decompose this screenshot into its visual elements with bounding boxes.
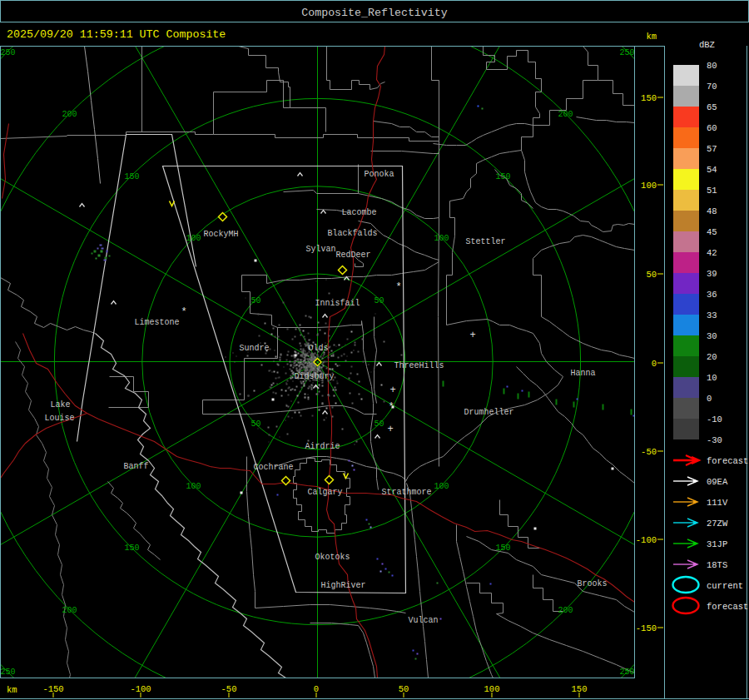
- svg-text:80: 80: [707, 61, 717, 71]
- svg-text:57: 57: [707, 144, 717, 154]
- svg-text:current: current: [707, 581, 743, 591]
- svg-text:Okotoks: Okotoks: [315, 553, 350, 562]
- svg-text:200: 200: [558, 606, 573, 615]
- svg-text:Brooks: Brooks: [578, 579, 608, 588]
- svg-text:2025/09/20 11:59:11 UTC Compos: 2025/09/20 11:59:11 UTC Composite: [7, 28, 226, 41]
- svg-text:RockyMH: RockyMH: [204, 230, 239, 239]
- svg-text:dBZ: dBZ: [699, 40, 715, 50]
- svg-text:Lake: Lake: [51, 400, 71, 410]
- svg-text:-150: -150: [636, 623, 657, 633]
- svg-text:65: 65: [707, 102, 717, 112]
- svg-text:Airdrie: Airdrie: [305, 442, 340, 451]
- svg-text:Lacombe: Lacombe: [342, 208, 377, 217]
- svg-text:27ZW: 27ZW: [707, 519, 728, 529]
- svg-text:33: 33: [707, 310, 717, 320]
- svg-text:250: 250: [0, 668, 15, 677]
- svg-text:100: 100: [484, 684, 500, 694]
- svg-text:km: km: [7, 685, 17, 695]
- svg-text:forecast: forecast: [707, 602, 748, 612]
- svg-text:+: +: [470, 330, 476, 341]
- svg-text:+: +: [390, 385, 396, 396]
- svg-text:200: 200: [62, 110, 77, 119]
- svg-text:100: 100: [186, 482, 201, 491]
- svg-text:150: 150: [124, 172, 139, 181]
- svg-text:HighRiver: HighRiver: [321, 581, 366, 590]
- svg-text:42: 42: [707, 248, 717, 258]
- svg-text:-30: -30: [707, 435, 722, 445]
- svg-text:39: 39: [707, 269, 717, 279]
- svg-text:Ponoka: Ponoka: [365, 170, 394, 179]
- svg-text:Blackfalds: Blackfalds: [328, 229, 378, 238]
- svg-text:150: 150: [124, 544, 139, 553]
- svg-text:Banff: Banff: [124, 462, 149, 471]
- svg-text:20: 20: [707, 352, 717, 362]
- svg-text:100: 100: [434, 234, 449, 243]
- svg-text:250: 250: [619, 668, 634, 677]
- svg-text:100: 100: [434, 482, 449, 491]
- svg-text:km: km: [646, 32, 657, 42]
- svg-text:forecast: forecast: [707, 456, 748, 466]
- svg-text:18TS: 18TS: [707, 560, 727, 570]
- svg-text:30: 30: [707, 331, 717, 341]
- svg-text:111V: 111V: [707, 498, 728, 508]
- svg-text:54: 54: [707, 165, 717, 175]
- svg-text:Limestone: Limestone: [135, 318, 180, 327]
- svg-text:Didsbury: Didsbury: [295, 372, 335, 381]
- svg-text:150: 150: [572, 684, 588, 694]
- svg-text:0: 0: [652, 359, 657, 369]
- svg-text:150: 150: [641, 93, 657, 103]
- svg-text:48: 48: [707, 206, 717, 216]
- svg-text:50: 50: [374, 296, 384, 305]
- svg-text:Stettler: Stettler: [466, 237, 506, 246]
- svg-text:50: 50: [374, 420, 384, 429]
- svg-text:150: 150: [495, 172, 510, 181]
- svg-text:200: 200: [62, 606, 77, 615]
- svg-text:*: *: [396, 281, 402, 293]
- svg-text:Vulcan: Vulcan: [409, 616, 439, 625]
- svg-text:100: 100: [641, 181, 657, 191]
- svg-text:70: 70: [707, 82, 717, 92]
- svg-text:250: 250: [619, 48, 634, 57]
- svg-text:Innisfail: Innisfail: [315, 299, 360, 308]
- svg-text:Drumheller: Drumheller: [464, 408, 514, 417]
- svg-text:-10: -10: [707, 415, 722, 424]
- svg-text:Hanna: Hanna: [571, 369, 596, 378]
- svg-text:36: 36: [707, 290, 717, 300]
- svg-text:150: 150: [495, 544, 510, 553]
- svg-text:-100: -100: [130, 684, 151, 694]
- svg-text:51: 51: [707, 186, 717, 196]
- svg-text:-100: -100: [636, 535, 657, 545]
- svg-text:50: 50: [250, 420, 260, 429]
- svg-text:Calgary: Calgary: [308, 488, 343, 497]
- svg-text:-50: -50: [641, 447, 657, 457]
- svg-text:Composite_Reflectivity: Composite_Reflectivity: [301, 7, 448, 19]
- svg-text:10: 10: [707, 373, 717, 383]
- svg-text:50: 50: [399, 684, 409, 694]
- svg-text:*: *: [181, 306, 187, 318]
- svg-text:Louise: Louise: [45, 414, 75, 423]
- svg-text:0: 0: [314, 684, 319, 694]
- svg-text:09EA: 09EA: [707, 477, 728, 487]
- svg-text:60: 60: [707, 123, 717, 133]
- svg-text:45: 45: [707, 227, 717, 237]
- svg-text:100: 100: [186, 234, 201, 243]
- svg-text:RedDeer: RedDeer: [336, 251, 371, 260]
- svg-text:50: 50: [250, 296, 260, 305]
- svg-text:Sylvan: Sylvan: [306, 245, 336, 254]
- svg-text:Olds: Olds: [309, 344, 329, 353]
- svg-text:0: 0: [707, 394, 712, 404]
- svg-text:Cochrane: Cochrane: [254, 463, 294, 472]
- svg-text:31JP: 31JP: [707, 539, 727, 549]
- svg-text:50: 50: [646, 270, 657, 280]
- svg-text:-150: -150: [42, 684, 63, 694]
- svg-text:Strathmore: Strathmore: [382, 488, 432, 497]
- svg-text:250: 250: [0, 48, 15, 57]
- svg-text:200: 200: [558, 110, 573, 119]
- svg-text:+: +: [388, 424, 394, 435]
- svg-text:Sundre: Sundre: [240, 344, 270, 353]
- svg-text:-50: -50: [221, 684, 237, 694]
- svg-text:ThreeHills: ThreeHills: [394, 361, 444, 370]
